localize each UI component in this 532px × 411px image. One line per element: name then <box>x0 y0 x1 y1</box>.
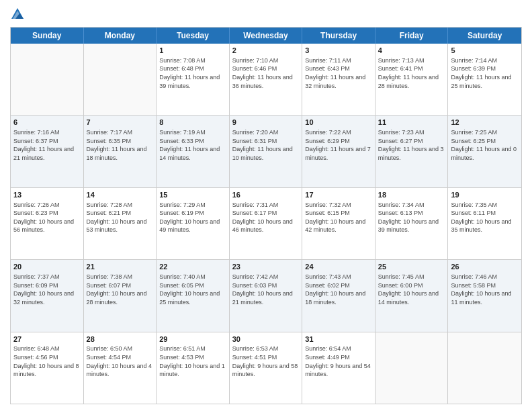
day-number: 30 <box>232 334 300 345</box>
day-number: 9 <box>232 118 300 128</box>
calendar-cell: 10Sunrise: 7:22 AM Sunset: 6:29 PM Dayli… <box>302 116 375 187</box>
day-info: Sunrise: 7:29 AM Sunset: 6:19 PM Dayligh… <box>159 201 226 234</box>
day-number: 8 <box>159 118 226 128</box>
calendar-cell: 5Sunrise: 7:14 AM Sunset: 6:39 PM Daylig… <box>448 44 521 115</box>
day-number: 14 <box>87 190 154 200</box>
day-number: 29 <box>159 334 226 345</box>
day-info: Sunrise: 6:51 AM Sunset: 4:53 PM Dayligh… <box>159 345 226 378</box>
day-info: Sunrise: 7:32 AM Sunset: 6:15 PM Dayligh… <box>305 201 372 234</box>
calendar-cell-empty <box>11 44 84 115</box>
day-number: 24 <box>305 262 372 272</box>
calendar-cell-empty <box>448 332 521 404</box>
calendar-cell: 19Sunrise: 7:35 AM Sunset: 6:11 PM Dayli… <box>448 188 521 259</box>
calendar-cell: 17Sunrise: 7:32 AM Sunset: 6:15 PM Dayli… <box>302 188 375 259</box>
calendar-row: 27Sunrise: 6:48 AM Sunset: 4:56 PM Dayli… <box>11 332 521 404</box>
calendar-header-wednesday: Wednesday <box>230 28 303 44</box>
day-number: 21 <box>87 262 154 272</box>
calendar-cell-empty <box>375 332 449 404</box>
day-number: 22 <box>159 262 226 272</box>
day-number: 27 <box>13 334 81 345</box>
calendar-cell: 20Sunrise: 7:37 AM Sunset: 6:09 PM Dayli… <box>11 260 84 331</box>
calendar-cell: 25Sunrise: 7:45 AM Sunset: 6:00 PM Dayli… <box>375 260 449 331</box>
calendar-cell: 18Sunrise: 7:34 AM Sunset: 6:13 PM Dayli… <box>375 188 449 259</box>
day-number: 11 <box>378 118 445 128</box>
day-info: Sunrise: 7:45 AM Sunset: 6:00 PM Dayligh… <box>378 273 445 306</box>
calendar-cell: 11Sunrise: 7:23 AM Sunset: 6:27 PM Dayli… <box>375 116 449 187</box>
calendar-cell: 22Sunrise: 7:40 AM Sunset: 6:05 PM Dayli… <box>157 260 230 331</box>
calendar-header-sunday: Sunday <box>11 28 84 44</box>
day-number: 2 <box>232 46 300 56</box>
day-number: 25 <box>378 262 445 272</box>
calendar-cell: 16Sunrise: 7:31 AM Sunset: 6:17 PM Dayli… <box>230 188 303 259</box>
day-info: Sunrise: 7:40 AM Sunset: 6:05 PM Dayligh… <box>159 273 226 306</box>
calendar-cell: 1Sunrise: 7:08 AM Sunset: 6:48 PM Daylig… <box>157 44 230 115</box>
day-number: 6 <box>13 118 81 128</box>
calendar-cell: 24Sunrise: 7:43 AM Sunset: 6:02 PM Dayli… <box>302 260 375 331</box>
calendar-cell: 6Sunrise: 7:16 AM Sunset: 6:37 PM Daylig… <box>11 116 84 187</box>
day-number: 20 <box>13 262 81 272</box>
day-info: Sunrise: 7:34 AM Sunset: 6:13 PM Dayligh… <box>378 201 445 234</box>
day-info: Sunrise: 7:08 AM Sunset: 6:48 PM Dayligh… <box>159 56 226 90</box>
day-number: 17 <box>305 190 372 200</box>
calendar-row: 13Sunrise: 7:26 AM Sunset: 6:23 PM Dayli… <box>11 187 521 259</box>
calendar-cell: 12Sunrise: 7:25 AM Sunset: 6:25 PM Dayli… <box>448 116 521 187</box>
day-info: Sunrise: 6:48 AM Sunset: 4:56 PM Dayligh… <box>13 345 81 378</box>
calendar-cell: 15Sunrise: 7:29 AM Sunset: 6:19 PM Dayli… <box>157 188 230 259</box>
day-info: Sunrise: 7:46 AM Sunset: 5:58 PM Dayligh… <box>451 273 519 306</box>
calendar-cell: 23Sunrise: 7:42 AM Sunset: 6:03 PM Dayli… <box>230 260 303 331</box>
calendar-cell: 30Sunrise: 6:53 AM Sunset: 4:51 PM Dayli… <box>230 332 303 404</box>
day-number: 7 <box>87 118 154 128</box>
day-number: 31 <box>305 334 372 345</box>
calendar-header: SundayMondayTuesdayWednesdayThursdayFrid… <box>11 28 521 44</box>
day-info: Sunrise: 6:54 AM Sunset: 4:49 PM Dayligh… <box>305 345 372 378</box>
calendar-cell: 14Sunrise: 7:28 AM Sunset: 6:21 PM Dayli… <box>84 188 157 259</box>
day-info: Sunrise: 7:37 AM Sunset: 6:09 PM Dayligh… <box>13 273 81 306</box>
day-number: 13 <box>13 190 81 200</box>
day-info: Sunrise: 6:50 AM Sunset: 4:54 PM Dayligh… <box>87 345 154 378</box>
calendar-body: 1Sunrise: 7:08 AM Sunset: 6:48 PM Daylig… <box>11 44 521 404</box>
calendar-cell: 3Sunrise: 7:11 AM Sunset: 6:43 PM Daylig… <box>302 44 375 115</box>
day-info: Sunrise: 7:10 AM Sunset: 6:46 PM Dayligh… <box>232 56 300 90</box>
day-info: Sunrise: 7:28 AM Sunset: 6:21 PM Dayligh… <box>87 201 154 234</box>
day-info: Sunrise: 7:19 AM Sunset: 6:33 PM Dayligh… <box>159 128 226 162</box>
day-info: Sunrise: 7:26 AM Sunset: 6:23 PM Dayligh… <box>13 201 81 234</box>
calendar-cell: 31Sunrise: 6:54 AM Sunset: 4:49 PM Dayli… <box>302 332 375 404</box>
header <box>10 7 522 21</box>
calendar-cell: 27Sunrise: 6:48 AM Sunset: 4:56 PM Dayli… <box>11 332 84 404</box>
day-info: Sunrise: 7:20 AM Sunset: 6:31 PM Dayligh… <box>232 128 300 162</box>
day-number: 12 <box>451 118 519 128</box>
logo-icon <box>10 7 25 21</box>
calendar-cell: 29Sunrise: 6:51 AM Sunset: 4:53 PM Dayli… <box>157 332 230 404</box>
calendar-header-friday: Friday <box>375 28 449 44</box>
page: SundayMondayTuesdayWednesdayThursdayFrid… <box>0 0 532 411</box>
day-number: 28 <box>87 334 154 345</box>
day-info: Sunrise: 7:22 AM Sunset: 6:29 PM Dayligh… <box>305 128 372 162</box>
day-info: Sunrise: 7:42 AM Sunset: 6:03 PM Dayligh… <box>232 273 300 306</box>
calendar-row: 6Sunrise: 7:16 AM Sunset: 6:37 PM Daylig… <box>11 115 521 187</box>
day-info: Sunrise: 7:35 AM Sunset: 6:11 PM Dayligh… <box>451 201 519 234</box>
calendar-cell: 21Sunrise: 7:38 AM Sunset: 6:07 PM Dayli… <box>84 260 157 331</box>
logo <box>10 7 28 21</box>
day-number: 18 <box>378 190 445 200</box>
calendar-cell: 9Sunrise: 7:20 AM Sunset: 6:31 PM Daylig… <box>230 116 303 187</box>
calendar-header-saturday: Saturday <box>448 28 521 44</box>
day-info: Sunrise: 7:23 AM Sunset: 6:27 PM Dayligh… <box>378 128 445 162</box>
day-info: Sunrise: 7:14 AM Sunset: 6:39 PM Dayligh… <box>451 56 519 90</box>
day-info: Sunrise: 7:43 AM Sunset: 6:02 PM Dayligh… <box>305 273 372 306</box>
calendar-cell: 8Sunrise: 7:19 AM Sunset: 6:33 PM Daylig… <box>157 116 230 187</box>
day-number: 19 <box>451 190 519 200</box>
day-number: 3 <box>305 46 372 56</box>
calendar: SundayMondayTuesdayWednesdayThursdayFrid… <box>10 27 522 404</box>
calendar-cell: 28Sunrise: 6:50 AM Sunset: 4:54 PM Dayli… <box>84 332 157 404</box>
day-info: Sunrise: 7:25 AM Sunset: 6:25 PM Dayligh… <box>451 128 519 162</box>
calendar-cell: 13Sunrise: 7:26 AM Sunset: 6:23 PM Dayli… <box>11 188 84 259</box>
day-info: Sunrise: 7:16 AM Sunset: 6:37 PM Dayligh… <box>13 128 81 162</box>
calendar-cell: 26Sunrise: 7:46 AM Sunset: 5:58 PM Dayli… <box>448 260 521 331</box>
calendar-row: 1Sunrise: 7:08 AM Sunset: 6:48 PM Daylig… <box>11 44 521 115</box>
calendar-cell: 2Sunrise: 7:10 AM Sunset: 6:46 PM Daylig… <box>230 44 303 115</box>
day-info: Sunrise: 7:11 AM Sunset: 6:43 PM Dayligh… <box>305 56 372 90</box>
day-info: Sunrise: 7:17 AM Sunset: 6:35 PM Dayligh… <box>87 128 154 162</box>
day-number: 10 <box>305 118 372 128</box>
calendar-header-monday: Monday <box>84 28 157 44</box>
calendar-cell: 4Sunrise: 7:13 AM Sunset: 6:41 PM Daylig… <box>375 44 449 115</box>
